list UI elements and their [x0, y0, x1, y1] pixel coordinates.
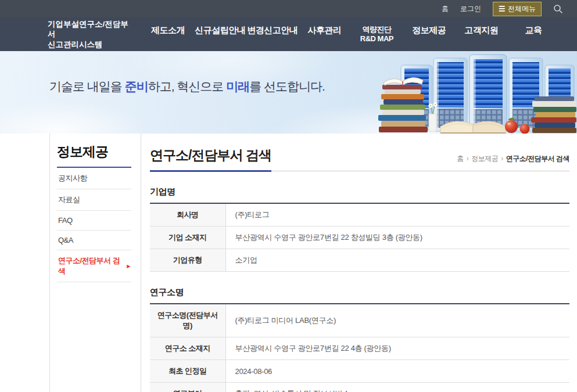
row-value: 소기업 — [225, 249, 569, 272]
nav-item-6[interactable]: 고객지원 — [455, 25, 507, 44]
logo-line2: 신고관리시스템 — [48, 39, 136, 50]
site-logo[interactable]: 기업부설연구소/전담부서 신고관리시스템 — [48, 19, 136, 50]
nav-item-5[interactable]: 정보제공 — [403, 25, 455, 44]
table-row: 기업유형소기업 — [150, 249, 569, 272]
nav-item-3[interactable]: 사후관리 — [299, 25, 351, 44]
section-1: 연구소명연구소명(전담부서명)(주)티로그 미디어 LAB(연구소)연구소 소재… — [150, 287, 569, 392]
breadcrumb-separator: › — [467, 154, 469, 163]
row-label: 연구소명(전담부서명) — [150, 304, 225, 337]
row-label: 연구분야 — [150, 383, 225, 392]
section-title: 연구소명 — [150, 287, 569, 298]
main-header: 기업부설연구소/전담부서 신고관리시스템 제도소개신규설립안내변경신고안내사후관… — [0, 17, 577, 51]
breadcrumb: 홈›정보제공›연구소/전담부서 검색 — [457, 154, 569, 171]
sidebar-title: 정보제공 — [57, 143, 131, 168]
utility-bar: 홈 로그인 ☰ 전체메뉴 — [0, 0, 577, 17]
row-value: 부산광역시 수영구 광안로7번길 22 4층 (광안동) — [225, 337, 569, 360]
home-link[interactable]: 홈 — [442, 4, 449, 14]
table-row: 연구소 소재지부산광역시 수영구 광안로7번길 22 4층 (광안동) — [150, 337, 569, 360]
section-title: 기업명 — [150, 186, 569, 197]
row-label: 기업 소재지 — [150, 226, 225, 249]
sidebar-item-0[interactable]: 공지사항 — [57, 168, 131, 189]
info-table: 연구소명(전담부서명)(주)티로그 미디어 LAB(연구소)연구소 소재지부산광… — [150, 303, 569, 392]
row-label: 연구소 소재지 — [150, 337, 225, 360]
nav-item-1[interactable]: 신규설립안내 — [194, 25, 246, 44]
page: 홈 로그인 ☰ 전체메뉴 기업부설연구소/전담부서 신고관리시스템 제도소개신규… — [0, 0, 577, 392]
page-title: 연구소/전담부서 검색 — [150, 146, 271, 172]
breadcrumb-item-2: 연구소/전담부서 검색 — [506, 154, 569, 163]
title-row: 연구소/전담부서 검색 홈›정보제공›연구소/전담부서 검색 — [150, 146, 569, 171]
nav-item-7[interactable]: 교육 — [507, 25, 560, 44]
main-nav: 제도소개신규설립안내변경신고안내사후관리역량진단R&D MAP정보제공고객지원교… — [142, 25, 560, 44]
hero-banner: 기술로 내일을 준비하고, 혁신으로 미래를 선도합니다. — [0, 51, 577, 134]
breadcrumb-item-1[interactable]: 정보제공 — [471, 154, 498, 163]
search-button[interactable] — [553, 4, 563, 14]
hamburger-icon: ☰ — [499, 6, 505, 12]
search-icon — [553, 4, 563, 14]
table-row: 기업 소재지부산광역시 수영구 광안로7번길 22 창성빌딩 3층 (광안동) — [150, 226, 569, 249]
all-menu-button[interactable]: ☰ 전체메뉴 — [493, 2, 542, 16]
hero-illustration — [377, 52, 577, 134]
book-stack-right — [531, 96, 576, 133]
login-link[interactable]: 로그인 — [460, 4, 481, 14]
sections-container: 기업명회사명(주)티로그기업 소재지부산광역시 수영구 광안로7번길 22 창성… — [150, 186, 569, 392]
section-0: 기업명회사명(주)티로그기업 소재지부산광역시 수영구 광안로7번길 22 창성… — [150, 186, 569, 272]
row-value: (주)티로그 미디어 LAB(연구소) — [225, 304, 569, 337]
breadcrumb-separator: › — [501, 154, 503, 163]
table-row: 최초 인정일2024-08-06 — [150, 360, 569, 383]
page-body: 정보제공 공지사항자료실FAQQ&A연구소/전담부서 검색▶ 연구소/전담부서 … — [0, 134, 577, 392]
logo-line1: 기업부설연구소/전담부서 — [48, 19, 136, 39]
hero-headline: 기술로 내일을 준비하고, 혁신으로 미래를 선도합니다. — [49, 78, 325, 95]
sidebar-item-2[interactable]: FAQ — [57, 211, 131, 231]
row-label: 회사명 — [150, 203, 225, 226]
breadcrumb-item-0[interactable]: 홈 — [457, 154, 464, 163]
sidebar-item-1[interactable]: 자료실 — [57, 189, 131, 211]
row-value: (주)티로그 — [225, 203, 569, 226]
all-menu-label: 전체메뉴 — [508, 4, 536, 14]
nav-item-2[interactable]: 변경신고안내 — [246, 25, 299, 44]
nav-item-0[interactable]: 제도소개 — [142, 25, 194, 44]
row-value: 부산광역시 수영구 광안로7번길 22 창성빌딩 3층 (광안동) — [225, 226, 569, 249]
row-value: 2024-08-06 — [225, 360, 569, 383]
book-stack-left — [378, 77, 428, 132]
row-label: 최초 인정일 — [150, 360, 225, 383]
table-row: 연구소명(전담부서명)(주)티로그 미디어 LAB(연구소) — [150, 304, 569, 337]
table-row: 회사명(주)티로그 — [150, 203, 569, 226]
row-label: 기업유형 — [150, 249, 225, 272]
main-content: 연구소/전담부서 검색 홈›정보제공›연구소/전담부서 검색 기업명회사명(주)… — [141, 134, 577, 392]
sidebar: 정보제공 공지사항자료실FAQQ&A연구소/전담부서 검색▶ — [49, 134, 141, 392]
row-value: 출판, 영상, 방송통신 및 정보서비스 — [225, 383, 569, 392]
table-row: 연구분야출판, 영상, 방송통신 및 정보서비스 — [150, 383, 569, 392]
sidebar-item-3[interactable]: Q&A — [57, 231, 131, 250]
arrow-right-icon: ▶ — [127, 264, 130, 269]
nav-item-4[interactable]: 역량진단R&D MAP — [351, 25, 403, 44]
info-table: 회사명(주)티로그기업 소재지부산광역시 수영구 광안로7번길 22 창성빌딩 … — [150, 203, 569, 272]
sidebar-menu: 공지사항자료실FAQQ&A연구소/전담부서 검색▶ — [50, 168, 141, 282]
sidebar-item-4[interactable]: 연구소/전담부서 검색▶ — [57, 250, 131, 282]
